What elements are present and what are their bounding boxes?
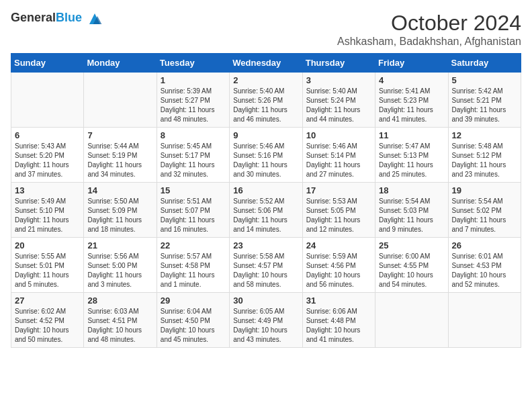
day-number: 11 (379, 130, 444, 140)
calendar-cell: 28Sunrise: 6:03 AMSunset: 4:51 PMDayligh… (84, 293, 157, 348)
day-info: Sunrise: 5:40 AMSunset: 5:24 PMDaylight:… (306, 87, 371, 124)
day-number: 28 (87, 295, 152, 306)
calendar-table: SundayMondayTuesdayWednesdayThursdayFrid… (11, 53, 521, 348)
calendar-cell: 26Sunrise: 6:01 AMSunset: 4:53 PMDayligh… (448, 238, 521, 293)
logo-icon (87, 11, 103, 27)
day-number: 12 (452, 130, 517, 140)
day-info: Sunrise: 5:53 AMSunset: 5:05 PMDaylight:… (306, 197, 371, 234)
day-info: Sunrise: 5:50 AMSunset: 5:09 PMDaylight:… (87, 197, 152, 234)
logo: GeneralBlue (11, 11, 103, 27)
calendar-week-row: 1Sunrise: 5:39 AMSunset: 5:27 PMDaylight… (11, 73, 521, 128)
calendar-week-row: 27Sunrise: 6:02 AMSunset: 4:52 PMDayligh… (11, 293, 521, 348)
day-info: Sunrise: 5:48 AMSunset: 5:12 PMDaylight:… (452, 142, 517, 179)
day-number: 30 (233, 295, 298, 306)
day-number: 2 (233, 75, 298, 85)
day-number: 29 (161, 295, 226, 306)
weekday-header: Monday (84, 54, 157, 73)
calendar-week-row: 6Sunrise: 5:43 AMSunset: 5:20 PMDaylight… (11, 128, 521, 183)
calendar-week-row: 13Sunrise: 5:49 AMSunset: 5:10 PMDayligh… (11, 183, 521, 238)
day-number: 26 (452, 240, 517, 250)
day-number: 15 (161, 185, 226, 195)
calendar-cell: 8Sunrise: 5:45 AMSunset: 5:17 PMDaylight… (157, 128, 229, 183)
calendar-header-row: SundayMondayTuesdayWednesdayThursdayFrid… (11, 54, 521, 73)
month-title: October 2024 (337, 11, 521, 36)
day-number: 25 (379, 240, 444, 250)
day-info: Sunrise: 5:54 AMSunset: 5:02 PMDaylight:… (452, 197, 517, 234)
day-number: 16 (233, 185, 298, 195)
calendar-cell: 4Sunrise: 5:41 AMSunset: 5:23 PMDaylight… (375, 73, 448, 128)
calendar-cell: 29Sunrise: 6:04 AMSunset: 4:50 PMDayligh… (157, 293, 229, 348)
calendar-cell: 2Sunrise: 5:40 AMSunset: 5:26 PMDaylight… (230, 73, 302, 128)
day-info: Sunrise: 5:43 AMSunset: 5:20 PMDaylight:… (15, 142, 80, 179)
calendar-week-row: 20Sunrise: 5:55 AMSunset: 5:01 PMDayligh… (11, 238, 521, 293)
calendar-cell: 10Sunrise: 5:46 AMSunset: 5:14 PMDayligh… (302, 128, 375, 183)
day-info: Sunrise: 5:46 AMSunset: 5:16 PMDaylight:… (233, 142, 298, 179)
day-info: Sunrise: 5:54 AMSunset: 5:03 PMDaylight:… (379, 197, 444, 234)
day-info: Sunrise: 5:57 AMSunset: 4:58 PMDaylight:… (161, 252, 226, 289)
day-info: Sunrise: 5:59 AMSunset: 4:56 PMDaylight:… (306, 252, 371, 289)
weekday-header: Tuesday (157, 54, 229, 73)
day-number: 20 (15, 240, 80, 250)
calendar-cell: 24Sunrise: 5:59 AMSunset: 4:56 PMDayligh… (302, 238, 375, 293)
day-number: 24 (306, 240, 371, 250)
calendar-cell: 7Sunrise: 5:44 AMSunset: 5:19 PMDaylight… (84, 128, 157, 183)
day-info: Sunrise: 5:44 AMSunset: 5:19 PMDaylight:… (87, 142, 152, 179)
day-info: Sunrise: 5:52 AMSunset: 5:06 PMDaylight:… (233, 197, 298, 234)
calendar-cell: 6Sunrise: 5:43 AMSunset: 5:20 PMDaylight… (11, 128, 84, 183)
calendar-cell: 13Sunrise: 5:49 AMSunset: 5:10 PMDayligh… (11, 183, 84, 238)
weekday-header: Friday (375, 54, 448, 73)
logo-general: General (11, 11, 56, 24)
day-info: Sunrise: 5:55 AMSunset: 5:01 PMDaylight:… (15, 252, 80, 289)
calendar-cell: 25Sunrise: 6:00 AMSunset: 4:55 PMDayligh… (375, 238, 448, 293)
day-info: Sunrise: 6:04 AMSunset: 4:50 PMDaylight:… (161, 307, 226, 345)
weekday-header: Saturday (448, 54, 521, 73)
weekday-header: Thursday (302, 54, 375, 73)
calendar-cell: 31Sunrise: 6:06 AMSunset: 4:48 PMDayligh… (302, 293, 375, 348)
day-info: Sunrise: 6:00 AMSunset: 4:55 PMDaylight:… (379, 252, 444, 289)
day-number: 23 (233, 240, 298, 250)
calendar-cell (375, 293, 448, 348)
day-info: Sunrise: 5:40 AMSunset: 5:26 PMDaylight:… (233, 87, 298, 124)
calendar-cell: 5Sunrise: 5:42 AMSunset: 5:21 PMDaylight… (448, 73, 521, 128)
location-title: Ashkasham, Badakhshan, Afghanistan (337, 36, 521, 48)
calendar-cell: 3Sunrise: 5:40 AMSunset: 5:24 PMDaylight… (302, 73, 375, 128)
day-number: 5 (452, 75, 517, 85)
calendar-cell (11, 73, 84, 128)
calendar-cell: 19Sunrise: 5:54 AMSunset: 5:02 PMDayligh… (448, 183, 521, 238)
day-info: Sunrise: 6:05 AMSunset: 4:49 PMDaylight:… (233, 307, 298, 345)
day-number: 7 (87, 130, 152, 140)
calendar-cell (448, 293, 521, 348)
calendar-cell: 1Sunrise: 5:39 AMSunset: 5:27 PMDaylight… (157, 73, 229, 128)
day-info: Sunrise: 5:41 AMSunset: 5:23 PMDaylight:… (379, 87, 444, 124)
day-number: 14 (87, 185, 152, 195)
calendar-cell: 11Sunrise: 5:47 AMSunset: 5:13 PMDayligh… (375, 128, 448, 183)
day-number: 31 (306, 295, 371, 306)
page-header: GeneralBlue October 2024 Ashkasham, Bada… (11, 11, 521, 48)
day-info: Sunrise: 5:47 AMSunset: 5:13 PMDaylight:… (379, 142, 444, 179)
day-number: 10 (306, 130, 371, 140)
day-number: 6 (15, 130, 80, 140)
title-block: October 2024 Ashkasham, Badakhshan, Afgh… (337, 11, 521, 48)
day-number: 21 (87, 240, 152, 250)
calendar-cell: 16Sunrise: 5:52 AMSunset: 5:06 PMDayligh… (230, 183, 302, 238)
calendar-cell: 15Sunrise: 5:51 AMSunset: 5:07 PMDayligh… (157, 183, 229, 238)
day-info: Sunrise: 6:01 AMSunset: 4:53 PMDaylight:… (452, 252, 517, 289)
day-info: Sunrise: 5:58 AMSunset: 4:57 PMDaylight:… (233, 252, 298, 289)
calendar-cell: 21Sunrise: 5:56 AMSunset: 5:00 PMDayligh… (84, 238, 157, 293)
day-number: 13 (15, 185, 80, 195)
calendar-cell: 12Sunrise: 5:48 AMSunset: 5:12 PMDayligh… (448, 128, 521, 183)
calendar-cell: 9Sunrise: 5:46 AMSunset: 5:16 PMDaylight… (230, 128, 302, 183)
day-info: Sunrise: 5:39 AMSunset: 5:27 PMDaylight:… (161, 87, 226, 124)
calendar-cell: 14Sunrise: 5:50 AMSunset: 5:09 PMDayligh… (84, 183, 157, 238)
day-number: 1 (161, 75, 226, 85)
calendar-cell: 22Sunrise: 5:57 AMSunset: 4:58 PMDayligh… (157, 238, 229, 293)
day-info: Sunrise: 6:03 AMSunset: 4:51 PMDaylight:… (87, 307, 152, 345)
day-info: Sunrise: 5:49 AMSunset: 5:10 PMDaylight:… (15, 197, 80, 234)
calendar-cell (84, 73, 157, 128)
day-number: 17 (306, 185, 371, 195)
day-number: 22 (161, 240, 226, 250)
calendar-cell: 30Sunrise: 6:05 AMSunset: 4:49 PMDayligh… (230, 293, 302, 348)
day-number: 9 (233, 130, 298, 140)
calendar-cell: 23Sunrise: 5:58 AMSunset: 4:57 PMDayligh… (230, 238, 302, 293)
day-info: Sunrise: 5:51 AMSunset: 5:07 PMDaylight:… (161, 197, 226, 234)
